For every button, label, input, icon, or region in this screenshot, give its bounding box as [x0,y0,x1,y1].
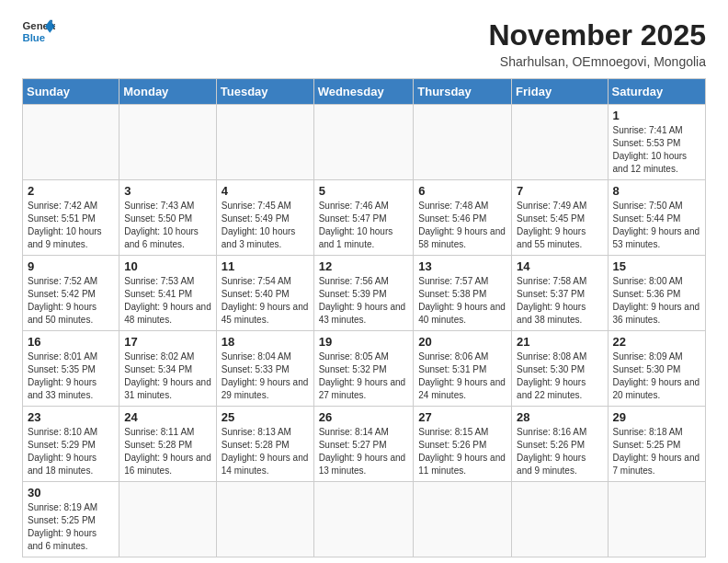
calendar-cell [414,105,512,180]
col-wednesday: Wednesday [313,79,414,105]
day-info: Sunrise: 8:08 AM Sunset: 5:30 PM Dayligh… [517,350,602,402]
day-number: 2 [28,184,114,198]
calendar-cell [512,482,608,557]
calendar-cell: 21Sunrise: 8:08 AM Sunset: 5:30 PM Dayli… [512,331,608,407]
day-number: 28 [517,410,602,424]
day-number: 27 [418,410,506,424]
day-number: 21 [517,335,602,349]
day-info: Sunrise: 7:45 AM Sunset: 5:49 PM Dayligh… [222,200,309,251]
calendar-cell: 8Sunrise: 7:50 AM Sunset: 5:44 PM Daylig… [608,180,705,256]
day-number: 8 [613,184,700,198]
calendar-week-row: 2Sunrise: 7:42 AM Sunset: 5:51 PM Daylig… [23,180,706,256]
calendar-cell [216,105,313,180]
col-thursday: Thursday [414,79,512,105]
generalblue-icon: General Blue [22,18,55,44]
day-number: 15 [613,259,700,273]
day-number: 9 [28,259,114,273]
day-info: Sunrise: 7:52 AM Sunset: 5:42 PM Dayligh… [28,275,114,327]
day-info: Sunrise: 8:18 AM Sunset: 5:25 PM Dayligh… [613,426,700,477]
calendar-week-row: 16Sunrise: 8:01 AM Sunset: 5:35 PM Dayli… [23,331,706,407]
day-info: Sunrise: 8:06 AM Sunset: 5:31 PM Dayligh… [418,350,506,402]
calendar-header: Sunday Monday Tuesday Wednesday Thursday… [23,79,706,105]
header-row: Sunday Monday Tuesday Wednesday Thursday… [23,79,706,105]
day-info: Sunrise: 7:46 AM Sunset: 5:47 PM Dayligh… [319,200,409,251]
day-info: Sunrise: 8:00 AM Sunset: 5:36 PM Dayligh… [613,275,700,327]
calendar-cell [512,105,608,180]
day-number: 30 [28,486,114,500]
calendar-cell: 13Sunrise: 7:57 AM Sunset: 5:38 PM Dayli… [414,256,512,331]
calendar-cell: 11Sunrise: 7:54 AM Sunset: 5:40 PM Dayli… [216,256,313,331]
calendar-cell: 17Sunrise: 8:02 AM Sunset: 5:34 PM Dayli… [119,331,217,407]
day-info: Sunrise: 8:10 AM Sunset: 5:29 PM Dayligh… [28,426,114,477]
calendar-cell: 7Sunrise: 7:49 AM Sunset: 5:45 PM Daylig… [512,180,608,256]
day-info: Sunrise: 8:02 AM Sunset: 5:34 PM Dayligh… [124,350,211,402]
day-info: Sunrise: 8:05 AM Sunset: 5:32 PM Dayligh… [319,350,409,402]
day-info: Sunrise: 8:11 AM Sunset: 5:28 PM Dayligh… [124,426,211,477]
day-info: Sunrise: 7:48 AM Sunset: 5:46 PM Dayligh… [418,200,506,251]
day-info: Sunrise: 8:14 AM Sunset: 5:27 PM Dayligh… [319,426,409,477]
day-number: 19 [319,335,409,349]
calendar-cell: 19Sunrise: 8:05 AM Sunset: 5:32 PM Dayli… [313,331,414,407]
day-number: 24 [124,410,211,424]
day-info: Sunrise: 7:50 AM Sunset: 5:44 PM Dayligh… [613,200,700,251]
day-info: Sunrise: 7:42 AM Sunset: 5:51 PM Dayligh… [28,200,114,251]
calendar-cell: 16Sunrise: 8:01 AM Sunset: 5:35 PM Dayli… [23,331,119,407]
calendar-cell: 20Sunrise: 8:06 AM Sunset: 5:31 PM Dayli… [414,331,512,407]
calendar-cell [414,482,512,557]
calendar-cell: 14Sunrise: 7:58 AM Sunset: 5:37 PM Dayli… [512,256,608,331]
day-number: 7 [517,184,602,198]
month-title: November 2025 [488,18,706,52]
day-info: Sunrise: 7:54 AM Sunset: 5:40 PM Dayligh… [222,275,309,327]
calendar-cell: 23Sunrise: 8:10 AM Sunset: 5:29 PM Dayli… [23,407,119,482]
calendar-cell [216,482,313,557]
day-number: 5 [319,184,409,198]
day-number: 13 [418,259,506,273]
day-number: 22 [613,335,700,349]
calendar-cell [313,482,414,557]
calendar-body: 1Sunrise: 7:41 AM Sunset: 5:53 PM Daylig… [23,105,706,557]
calendar-cell: 6Sunrise: 7:48 AM Sunset: 5:46 PM Daylig… [414,180,512,256]
calendar-cell [119,105,217,180]
day-number: 18 [222,335,309,349]
col-tuesday: Tuesday [216,79,313,105]
col-monday: Monday [119,79,217,105]
day-number: 4 [222,184,309,198]
day-number: 6 [418,184,506,198]
day-number: 16 [28,335,114,349]
calendar-week-row: 1Sunrise: 7:41 AM Sunset: 5:53 PM Daylig… [23,105,706,180]
day-number: 14 [517,259,602,273]
day-info: Sunrise: 8:15 AM Sunset: 5:26 PM Dayligh… [418,426,506,477]
calendar-cell [119,482,217,557]
day-info: Sunrise: 8:16 AM Sunset: 5:26 PM Dayligh… [517,426,602,477]
day-info: Sunrise: 7:41 AM Sunset: 5:53 PM Dayligh… [613,124,700,176]
calendar-cell: 29Sunrise: 8:18 AM Sunset: 5:25 PM Dayli… [608,407,705,482]
calendar-cell: 30Sunrise: 8:19 AM Sunset: 5:25 PM Dayli… [23,482,119,557]
day-info: Sunrise: 8:19 AM Sunset: 5:25 PM Dayligh… [28,501,114,553]
calendar-cell [608,482,705,557]
day-info: Sunrise: 8:04 AM Sunset: 5:33 PM Dayligh… [222,350,309,402]
day-info: Sunrise: 7:57 AM Sunset: 5:38 PM Dayligh… [418,275,506,327]
day-info: Sunrise: 7:53 AM Sunset: 5:41 PM Dayligh… [124,275,211,327]
day-info: Sunrise: 8:13 AM Sunset: 5:28 PM Dayligh… [222,426,309,477]
day-number: 12 [319,259,409,273]
calendar-week-row: 9Sunrise: 7:52 AM Sunset: 5:42 PM Daylig… [23,256,706,331]
day-info: Sunrise: 7:56 AM Sunset: 5:39 PM Dayligh… [319,275,409,327]
calendar-cell: 1Sunrise: 7:41 AM Sunset: 5:53 PM Daylig… [608,105,705,180]
calendar-cell: 9Sunrise: 7:52 AM Sunset: 5:42 PM Daylig… [23,256,119,331]
day-number: 3 [124,184,211,198]
calendar-cell [313,105,414,180]
day-info: Sunrise: 7:58 AM Sunset: 5:37 PM Dayligh… [517,275,602,327]
calendar-cell: 10Sunrise: 7:53 AM Sunset: 5:41 PM Dayli… [119,256,217,331]
calendar-cell: 22Sunrise: 8:09 AM Sunset: 5:30 PM Dayli… [608,331,705,407]
location-subtitle: Sharhulsan, OEmnoegovi, Mongolia [488,54,706,69]
calendar-week-row: 23Sunrise: 8:10 AM Sunset: 5:29 PM Dayli… [23,407,706,482]
calendar-table: Sunday Monday Tuesday Wednesday Thursday… [22,78,706,557]
day-info: Sunrise: 7:49 AM Sunset: 5:45 PM Dayligh… [517,200,602,251]
calendar-cell: 2Sunrise: 7:42 AM Sunset: 5:51 PM Daylig… [23,180,119,256]
calendar-cell: 15Sunrise: 8:00 AM Sunset: 5:36 PM Dayli… [608,256,705,331]
day-info: Sunrise: 8:09 AM Sunset: 5:30 PM Dayligh… [613,350,700,402]
logo: General Blue [22,18,55,44]
calendar-cell: 3Sunrise: 7:43 AM Sunset: 5:50 PM Daylig… [119,180,217,256]
calendar-cell: 24Sunrise: 8:11 AM Sunset: 5:28 PM Dayli… [119,407,217,482]
col-friday: Friday [512,79,608,105]
